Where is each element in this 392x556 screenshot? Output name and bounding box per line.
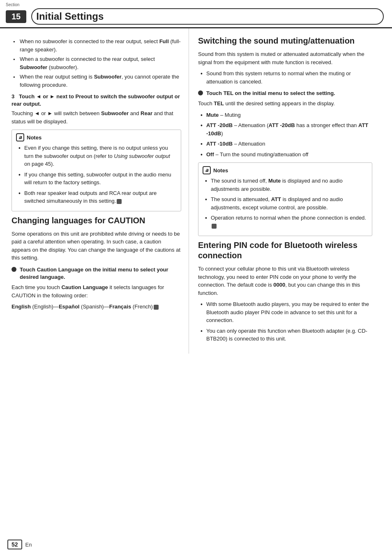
footer-language: En: [25, 542, 32, 548]
notes-list: Even if you change this setting, there i…: [16, 144, 177, 205]
step3-body: Touching ◄ or ► will switch between Subw…: [12, 109, 181, 125]
caution-dot-step: Touch Caution Language on the initial me…: [12, 266, 181, 281]
tel-option-mute: Mute – Muting: [198, 111, 372, 119]
intro-bullet-2: When a subwoofer is connected to the rea…: [12, 55, 181, 71]
pin-bullet-1: With some Bluetooth audio players, you m…: [198, 300, 372, 324]
switching-bullet-1: Sound from this system returns to normal…: [198, 70, 372, 86]
tel-option-att10: ATT -10dB – Attenuation: [198, 140, 372, 148]
header: Section 15 Initial Settings: [0, 0, 392, 28]
page-number: 52: [7, 540, 22, 549]
stop-icon-3: [212, 224, 217, 229]
left-column: When no subwoofer is connected to the re…: [0, 28, 189, 354]
tel-dot-marker: [198, 90, 203, 95]
intro-bullets: When no subwoofer is connected to the re…: [12, 37, 181, 89]
notes-box-muting: 𝕒 Notes The sound is turned off, Mute is…: [198, 162, 372, 236]
changing-languages-heading: Changing languages for CAUTION: [12, 215, 181, 226]
tel-body: Touch TEL until the desired setting appe…: [198, 100, 372, 108]
switching-body: Sound from this system is muted or atten…: [198, 50, 372, 66]
dot-marker: [12, 267, 16, 272]
switching-heading: Switching the sound muting/attenuation: [198, 36, 372, 46]
notes-icon: 𝕒: [16, 133, 24, 141]
tel-dot-step: Touch TEL on the initial menu to select …: [198, 90, 372, 97]
tel-dot-step-text: Touch TEL on the initial menu to select …: [206, 90, 335, 97]
tel-option-att20: ATT -20dB – Attenuation (ATT -20dB has a…: [198, 121, 372, 137]
pin-bullets: With some Bluetooth audio players, you m…: [198, 300, 372, 343]
page-title: Initial Settings: [31, 8, 384, 25]
right-notes-list: The sound is turned off, Mute is display…: [203, 177, 368, 230]
notes-icon-right: 𝕒: [203, 166, 211, 174]
pin-bullet-2: You can only operate this function when …: [198, 327, 372, 343]
note-item-3: Both rear speaker lead outputs and RCA r…: [16, 189, 177, 205]
right-note-1: The sound is turned off, Mute is display…: [203, 177, 368, 193]
main-content: When no subwoofer is connected to the re…: [0, 28, 392, 354]
right-column: Switching the sound muting/attenuation S…: [189, 28, 380, 354]
stop-icon-2: [154, 305, 159, 310]
note-item-2: If you change this setting, subwoofer ou…: [16, 171, 177, 187]
stop-icon-1: [117, 199, 122, 204]
caution-body: Each time you touch Caution Language it …: [12, 283, 181, 299]
step3-heading: 3 Touch ◄ or ► next to Preout to switch …: [12, 93, 181, 108]
caution-languages: English (English)—Español (Spanish)—Fran…: [12, 303, 181, 311]
note-item-1: Even if you change this setting, there i…: [16, 144, 177, 168]
notes-box-subwoofer: 𝕒 Notes Even if you change this setting,…: [12, 130, 181, 211]
intro-bullet-1: When no subwoofer is connected to the re…: [12, 37, 181, 53]
caution-dot-step-text: Touch Caution Language on the initial me…: [20, 266, 181, 281]
notes-title: 𝕒 Notes: [16, 133, 177, 141]
switching-bullets: Sound from this system returns to normal…: [198, 70, 372, 86]
section-number-badge: 15: [6, 10, 26, 23]
right-note-3: Operation returns to normal when the pho…: [203, 214, 368, 230]
intro-bullet-3: When the rear output setting is Subwoofe…: [12, 73, 181, 89]
tel-options-list: Mute – Muting ATT -20dB – Attenuation (A…: [198, 111, 372, 159]
section-label: Section: [6, 2, 19, 7]
footer: 52 En: [7, 540, 32, 549]
tel-option-off: Off – Turn the sound muting/attenuation …: [198, 151, 372, 159]
pin-body: To connect your cellular phone to this u…: [198, 265, 372, 297]
changing-languages-body: Some operations on this unit are prohibi…: [12, 230, 181, 262]
pin-heading: Entering PIN code for Bluetooth wireless…: [198, 240, 372, 261]
notes-title-right: 𝕒 Notes: [203, 166, 368, 174]
right-note-2: The sound is attenuated, ATT is displaye…: [203, 195, 368, 211]
